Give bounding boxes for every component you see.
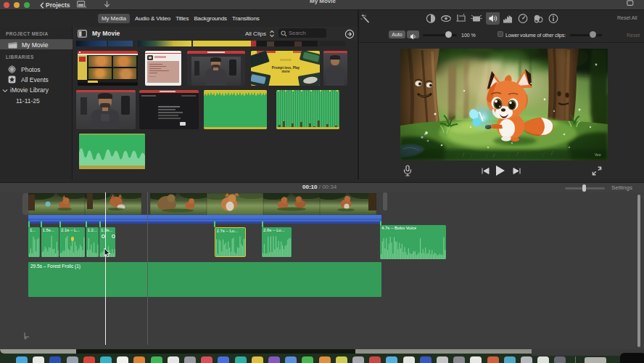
- svg-text:Veo: Veo: [595, 152, 601, 157]
